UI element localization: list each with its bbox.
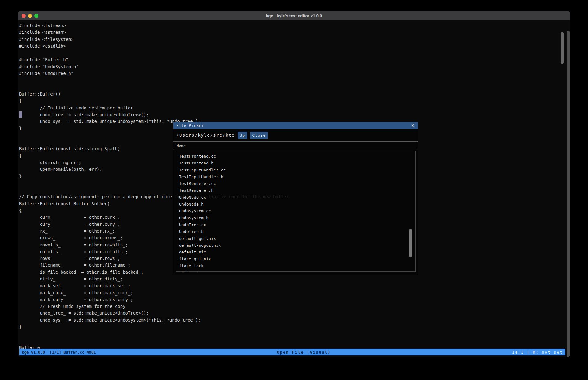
file-list-item[interactable]: TestInputHandler.cc — [179, 167, 415, 174]
code-line: mark_cury_ = other.mark_cury_; — [19, 296, 291, 303]
code-line: dirty_ = other.dirty_; — [19, 276, 291, 282]
file-picker-titlebar[interactable]: File Picker X — [173, 122, 418, 129]
code-line: mark_curx_ = other.mark_curx_; — [19, 289, 291, 296]
file-list-item[interactable]: TestRenderer.cc — [179, 180, 415, 187]
file-list-item[interactable]: TestRenderer.h — [179, 187, 415, 194]
code-line: undo_sys_ = std::make_unique<UndoSystem>… — [19, 317, 291, 323]
current-path: /Users/kyle/src/kte — [176, 133, 235, 138]
code-line: // Fresh undo system for the copy — [19, 303, 291, 310]
up-button[interactable]: Up — [238, 132, 248, 139]
code-line — [19, 84, 291, 91]
file-list-item[interactable]: default-nogui.nix — [179, 242, 415, 249]
code-line: mark_set_ = other.mark_set_; — [19, 282, 291, 289]
code-line — [19, 49, 291, 56]
code-line: #include "UndoSystem.h" — [19, 63, 291, 70]
list-header-row: Name — [173, 142, 418, 150]
code-line: { — [19, 97, 291, 104]
file-picker-dialog: File Picker X /Users/kyle/src/kte Up Clo… — [173, 122, 418, 275]
close-icon[interactable]: X — [407, 123, 418, 128]
close-button[interactable]: Close — [250, 132, 268, 139]
editor-text-area[interactable]: #include <fstream>#include <sstream>#inc… — [18, 20, 570, 357]
file-list-item[interactable]: UndoTree.h — [179, 228, 415, 235]
file-list-item[interactable]: default-gui.nix — [179, 235, 415, 242]
file-list-item[interactable]: UndoNode.h — [179, 201, 415, 208]
file-list-item[interactable]: default.nix — [179, 249, 415, 256]
file-list-item[interactable]: UndoSystem.cc — [179, 208, 415, 214]
code-line: #include <cstdlib> — [19, 43, 291, 49]
file-list[interactable]: TestFrontend.ccTestFrontend.hTestInputHa… — [176, 151, 416, 272]
window-titlebar[interactable]: kge - kyle's text editor v1.0.0 — [18, 11, 570, 20]
file-list-item[interactable]: TestInputHandler.h — [179, 174, 415, 180]
file-list-item[interactable]: flake-gui.nix — [179, 256, 415, 262]
code-line: undo_tree_ = std::make_unique<UndoTree>(… — [19, 111, 291, 118]
file-list-item[interactable]: UndoTree.cc — [179, 221, 415, 228]
code-line — [19, 330, 291, 337]
file-list-item[interactable]: TestFrontend.cc — [179, 153, 415, 160]
file-list-item[interactable]: TestFrontend.h — [179, 160, 415, 166]
status-file-info: kge v1.0.0 [1/1] Buffer.cc 486L — [22, 350, 96, 355]
code-line — [19, 337, 291, 344]
file-picker-title: File Picker — [173, 123, 204, 128]
status-bar: kge v1.0.0 [1/1] Buffer.cc 486L Open Fil… — [19, 349, 565, 355]
file-list-scrollbar-thumb[interactable] — [409, 229, 412, 257]
file-list-item[interactable]: flake.nix — [179, 269, 415, 272]
file-list-item[interactable]: flake.lock — [179, 263, 415, 269]
code-line: #include "UndoTree.h" — [19, 70, 291, 77]
file-list-item[interactable]: UndoSystem.h — [179, 215, 415, 221]
window-title: kge - kyle's text editor v1.0.0 — [18, 14, 570, 18]
status-cursor-info: 14,1 | M: not set — [512, 350, 563, 355]
code-line: undo_tree_ = std::make_unique<UndoTree>(… — [19, 310, 291, 316]
code-line: } — [19, 323, 291, 330]
code-line: // Initialize undo system per buffer — [19, 104, 291, 111]
file-rows: TestFrontend.ccTestFrontend.hTestInputHa… — [179, 153, 415, 272]
code-line: Buffer::Buffer() — [19, 91, 291, 97]
window-scrollbar-track[interactable] — [567, 31, 570, 357]
name-column-header: Name — [177, 143, 186, 148]
code-line: #include <fstream> — [19, 22, 291, 29]
code-line: #include <filesystem> — [19, 36, 291, 43]
file-list-item[interactable]: UndoNode.cc — [179, 194, 415, 201]
editor-scrollbar-thumb[interactable] — [561, 32, 564, 64]
code-line: #include "Buffer.h" — [19, 56, 291, 63]
file-picker-path-row: /Users/kyle/src/kte Up Close — [173, 129, 418, 142]
status-mode-info: Open File (visual) — [277, 350, 331, 355]
app-window: kge - kyle's text editor v1.0.0 #include… — [18, 11, 570, 357]
code-line — [19, 77, 291, 84]
code-line: #include <sstream> — [19, 29, 291, 36]
